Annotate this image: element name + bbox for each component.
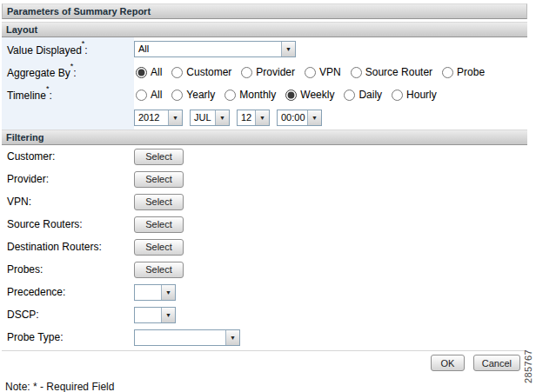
radio-label: Hourly (406, 89, 437, 101)
label-colon: : (49, 90, 51, 102)
provider-select-button[interactable]: Select (134, 171, 184, 188)
timeline-option-hourly[interactable]: Hourly (392, 89, 437, 101)
value-displayed-row: Value Displayed*: All ▼ (2, 37, 527, 61)
label-colon: : (73, 67, 76, 79)
value-displayed-value: All (135, 42, 281, 56)
radio-label: Probe (457, 66, 485, 78)
probes-select-button[interactable]: Select (134, 262, 184, 278)
chevron-down-icon[interactable]: ▼ (255, 110, 269, 125)
radio-label: Yearly (186, 89, 215, 101)
chevron-down-icon[interactable]: ▼ (225, 330, 239, 345)
radio-label: Monthly (239, 89, 276, 101)
label-colon: : (84, 44, 87, 56)
dscp-select[interactable]: ▼ (134, 307, 176, 323)
source-routers-select-button[interactable]: Select (134, 216, 184, 233)
cancel-button[interactable]: Cancel (473, 355, 520, 371)
timeline-radio-monthly[interactable] (224, 90, 236, 101)
chevron-down-icon[interactable]: ▼ (168, 110, 182, 125)
probe-type-label: Probe Type: (2, 326, 134, 349)
destination-routers-label: Destination Routers: (2, 236, 134, 258)
year-select[interactable]: 2012 ▼ (134, 110, 183, 126)
time-value: 00:00 (278, 110, 307, 125)
radio-label: Daily (358, 89, 382, 101)
value-displayed-label: Value Displayed*: (2, 37, 134, 61)
aggregate-by-option-all[interactable]: All (136, 66, 162, 78)
chevron-down-icon[interactable]: ▼ (161, 308, 175, 322)
aggregate-by-radio-all[interactable] (136, 67, 147, 78)
start-date-row: 2012 ▼ JUL ▼ 12 ▼ 00:00 ▼ (2, 106, 527, 130)
aggregate-by-radio-vpn[interactable] (305, 67, 316, 78)
aggregate-by-row: Aggregate By*: All Customer Provider VP (2, 61, 527, 83)
time-select[interactable]: 00:00 ▼ (277, 110, 322, 126)
provider-row: Provider: Select (2, 168, 527, 190)
timeline-option-yearly[interactable]: Yearly (171, 89, 215, 101)
aggregate-by-option-source-router[interactable]: Source Router (351, 66, 432, 78)
day-value: 12 (238, 110, 255, 125)
chevron-down-icon[interactable]: ▼ (215, 110, 229, 125)
chevron-down-icon[interactable]: ▼ (281, 42, 295, 56)
probe-type-select[interactable]: ▼ (134, 329, 240, 346)
required-asterisk: * (70, 62, 74, 70)
vpn-select-button[interactable]: Select (134, 194, 184, 210)
probes-label: Probes: (2, 258, 134, 281)
dialog-title: Parameters of Summary Report (2, 3, 527, 19)
timeline-radio-yearly[interactable] (171, 90, 183, 101)
required-field-note: Note: * - Required Field (2, 374, 527, 392)
timeline-option-all[interactable]: All (136, 89, 162, 101)
layout-section: Value Displayed*: All ▼ Aggregate By*: A… (2, 37, 527, 130)
probes-row: Probes: Select (2, 258, 527, 281)
filtering-section-header: Filtering (2, 130, 527, 145)
timeline-label: Timeline*: (2, 83, 134, 106)
dscp-row: DSCP: ▼ (2, 303, 527, 326)
aggregate-by-option-customer[interactable]: Customer (171, 66, 231, 78)
destination-routers-select-button[interactable]: Select (134, 239, 184, 256)
day-select[interactable]: 12 ▼ (237, 110, 270, 126)
label-text: Value Displayed (7, 44, 82, 56)
aggregate-by-radio-probe[interactable] (442, 67, 453, 78)
source-routers-row: Source Routers: Select (2, 213, 527, 236)
radio-label: Customer (186, 66, 231, 78)
timeline-radio-hourly[interactable] (392, 90, 403, 101)
radio-label: All (151, 89, 162, 101)
precedence-label: Precedence: (2, 281, 134, 303)
probe-type-row: Probe Type: ▼ (2, 326, 527, 349)
timeline-radio-all[interactable] (136, 90, 147, 101)
chevron-down-icon[interactable]: ▼ (307, 110, 321, 125)
filtering-section: Customer: Select Provider: Select VPN: S… (2, 145, 527, 349)
footer-buttons: OK Cancel (2, 351, 527, 374)
customer-select-button[interactable]: Select (134, 149, 184, 165)
timeline-radio-weekly[interactable] (285, 90, 297, 101)
timeline-row: Timeline*: All Yearly Monthly Weekly (2, 83, 527, 106)
figure-number: 285767 (523, 349, 533, 383)
destination-routers-row: Destination Routers: Select (2, 236, 527, 258)
vpn-label: VPN: (2, 190, 134, 213)
timeline-radio-daily[interactable] (344, 90, 355, 101)
aggregate-by-option-vpn[interactable]: VPN (305, 66, 341, 78)
aggregate-by-radio-customer[interactable] (171, 67, 183, 78)
aggregate-by-option-probe[interactable]: Probe (442, 66, 485, 78)
dscp-value (135, 308, 161, 322)
aggregate-by-option-provider[interactable]: Provider (241, 66, 295, 78)
chevron-down-icon[interactable]: ▼ (161, 285, 175, 300)
value-displayed-select[interactable]: All ▼ (134, 41, 296, 57)
start-date-label-spacer (2, 106, 134, 130)
aggregate-by-radio-group: All Customer Provider VPN Source Router (134, 66, 494, 78)
layout-section-header: Layout (2, 22, 527, 37)
timeline-option-monthly[interactable]: Monthly (224, 89, 276, 101)
precedence-select[interactable]: ▼ (134, 284, 176, 301)
timeline-option-daily[interactable]: Daily (344, 89, 382, 101)
aggregate-by-radio-source-router[interactable] (351, 67, 362, 78)
probe-type-value (135, 330, 225, 345)
timeline-radio-group: All Yearly Monthly Weekly Daily (134, 89, 446, 101)
year-value: 2012 (135, 110, 168, 125)
aggregate-by-radio-provider[interactable] (241, 67, 252, 78)
summary-report-dialog: Parameters of Summary Report Layout Valu… (2, 3, 527, 392)
vpn-row: VPN: Select (2, 190, 527, 213)
ok-button[interactable]: OK (431, 355, 466, 371)
timeline-option-weekly[interactable]: Weekly (285, 89, 334, 101)
label-text: Aggregate By (7, 67, 70, 79)
customer-row: Customer: Select (2, 145, 527, 168)
source-routers-label: Source Routers: (2, 213, 134, 236)
precedence-row: Precedence: ▼ (2, 281, 527, 303)
month-select[interactable]: JUL ▼ (190, 110, 230, 126)
